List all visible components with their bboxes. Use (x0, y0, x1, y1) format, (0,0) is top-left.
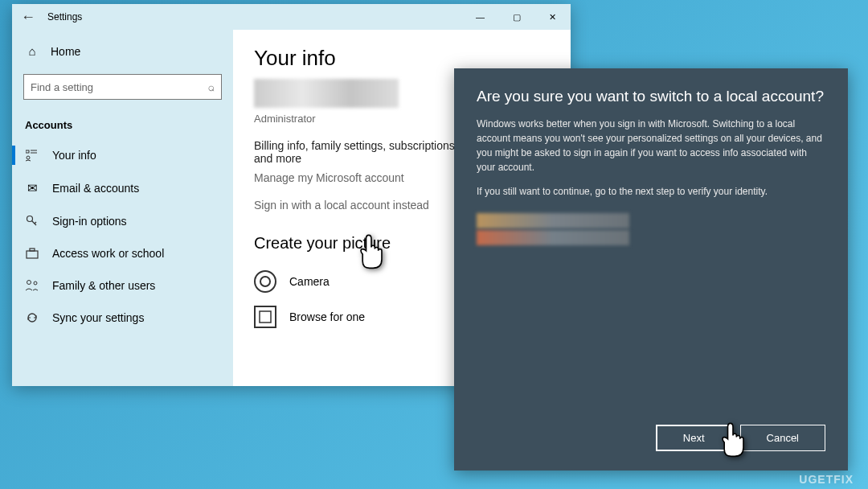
family-icon (25, 279, 39, 292)
sidebar-item-label: Sync your settings (52, 311, 144, 324)
back-button[interactable]: ← (12, 9, 44, 26)
svg-rect-8 (30, 249, 35, 251)
sidebar-item-work[interactable]: Access work or school (12, 237, 233, 269)
sidebar-item-label: Your info (52, 149, 96, 162)
titlebar: ← Settings — ▢ ✕ (12, 4, 571, 30)
briefcase-icon (25, 247, 39, 260)
person-icon (25, 149, 39, 162)
cursor-pointer-icon (715, 420, 751, 463)
sidebar-item-label: Email & accounts (52, 182, 139, 195)
sidebar-item-family[interactable]: Family & other users (12, 269, 233, 302)
sidebar-item-sync[interactable]: Sync your settings (12, 302, 233, 334)
sync-icon (25, 311, 39, 324)
maximize-button[interactable]: ▢ (498, 4, 534, 30)
svg-point-3 (27, 156, 30, 159)
svg-rect-7 (27, 251, 38, 258)
camera-label: Camera (289, 275, 330, 288)
section-label: Accounts (12, 108, 233, 139)
sidebar-item-label: Sign-in options (52, 215, 127, 228)
user-name-redacted (254, 79, 399, 108)
svg-rect-0 (26, 150, 29, 153)
dialog-buttons: Next Cancel (477, 425, 825, 451)
dialog-user-redacted (477, 213, 629, 245)
home-icon: ⌂ (25, 44, 39, 58)
dialog-body-2: If you still want to continue, go to the… (477, 184, 825, 199)
cancel-button[interactable]: Cancel (740, 425, 825, 451)
dialog-body-1: Windows works better when you sign in wi… (477, 117, 825, 175)
browse-icon (254, 306, 276, 328)
svg-line-6 (35, 222, 36, 224)
sidebar-item-email[interactable]: ✉ Email & accounts (12, 171, 233, 205)
home-label: Home (51, 45, 80, 58)
minimize-button[interactable]: — (462, 4, 498, 30)
dialog-title: Are you sure you want to switch to a loc… (477, 88, 825, 105)
page-title: Your info (254, 46, 550, 71)
search-input[interactable]: Find a setting ⌕ (23, 74, 222, 100)
cursor-pointer-icon (354, 232, 389, 275)
search-icon: ⌕ (208, 80, 215, 93)
svg-rect-11 (260, 311, 271, 323)
sidebar-item-your-info[interactable]: Your info (12, 139, 233, 171)
mail-icon: ✉ (25, 181, 39, 195)
key-icon (25, 215, 39, 228)
home-link[interactable]: ⌂ Home (12, 36, 233, 66)
camera-icon (254, 270, 276, 293)
search-placeholder: Find a setting (31, 81, 93, 93)
sidebar-item-label: Family & other users (52, 279, 155, 292)
browse-label: Browse for one (289, 310, 365, 323)
close-button[interactable]: ✕ (534, 4, 571, 30)
switch-account-dialog: Are you sure you want to switch to a loc… (454, 68, 848, 471)
sidebar: ⌂ Home Find a setting ⌕ Accounts Your in… (12, 30, 233, 386)
window-title: Settings (44, 11, 462, 23)
watermark: UGETFIX (799, 473, 854, 486)
svg-point-4 (27, 216, 33, 222)
svg-point-9 (27, 281, 31, 285)
svg-point-10 (34, 281, 37, 285)
sidebar-item-signin[interactable]: Sign-in options (12, 205, 233, 237)
sidebar-item-label: Access work or school (52, 247, 164, 260)
window-controls: — ▢ ✕ (462, 4, 571, 30)
